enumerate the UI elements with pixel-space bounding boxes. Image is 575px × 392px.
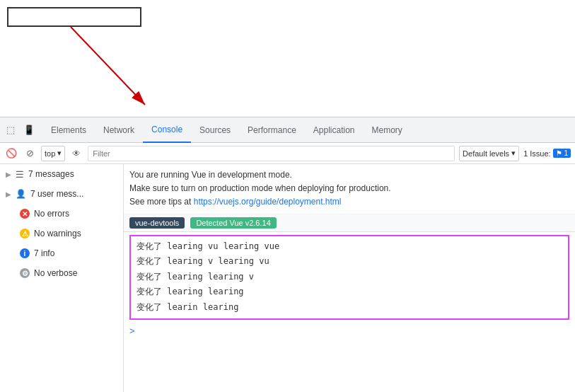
sidebar-item-all-messages[interactable]: ▶ ☰ 7 messages xyxy=(0,164,123,184)
issue-badge: 1 Issue: ⚑ 1 xyxy=(523,149,571,158)
log-line-3: 变化了 learing learing xyxy=(137,284,562,300)
sidebar-item-info[interactable]: i 7 info xyxy=(0,243,123,263)
vue-line3: See more tips at https://vuejs.org/guide… xyxy=(129,195,569,209)
console-log-area: You are running Vue in development mode.… xyxy=(124,164,575,392)
sidebar-item-warnings[interactable]: ⚠ No warnings xyxy=(0,224,123,243)
deployment-link[interactable]: https://vuejs.org/guide/deployment.html xyxy=(194,197,342,207)
error-icon: ✕ xyxy=(20,209,30,219)
list-icon: ☰ xyxy=(16,169,24,180)
tab-performance[interactable]: Performance xyxy=(239,117,305,143)
tab-application[interactable]: Application xyxy=(305,117,364,143)
devtools-tabs-bar: ⬚ 📱 Elements Network Console Sources Per… xyxy=(0,117,575,143)
sidebar-label: No errors xyxy=(34,209,69,219)
tab-elements[interactable]: Elements xyxy=(42,117,95,143)
vue-line1: You are running Vue in development mode. xyxy=(129,168,569,182)
tab-network[interactable]: Network xyxy=(95,117,143,143)
vue-dev-message: You are running Vue in development mode.… xyxy=(124,164,575,214)
search-input[interactable]: learin xyxy=(7,7,141,27)
console-content: ▶ ☰ 7 messages ▶ 👤 7 user mess... ✕ No e… xyxy=(0,164,575,392)
vue-line2: Make sure to turn on production mode whe… xyxy=(129,182,569,195)
log-messages-box: 变化了 learing vu learing vue 变化了 learing v… xyxy=(129,235,569,320)
vue-devtools-bar: vue-devtools Detected Vue v2.6.14 xyxy=(124,214,575,232)
info-icon: i xyxy=(20,248,30,258)
user-icon: 👤 xyxy=(16,189,26,199)
issue-label: 1 Issue: xyxy=(523,149,551,158)
log-level-selector[interactable]: Default levels ▾ xyxy=(459,146,519,161)
log-line-2: 变化了 learing learing v xyxy=(137,270,562,285)
sidebar-item-user-messages[interactable]: ▶ 👤 7 user mess... xyxy=(0,184,123,204)
svg-line-1 xyxy=(71,27,145,105)
vue-devtools-badge: vue-devtools xyxy=(129,217,185,229)
inspect-icon[interactable]: ⬚ xyxy=(3,122,18,138)
detected-vue-badge: Detected Vue v2.6.14 xyxy=(190,217,276,229)
tab-console[interactable]: Console xyxy=(143,117,191,143)
chevron-down-icon-levels: ▾ xyxy=(511,149,516,158)
verbose-icon: ⚙ xyxy=(20,268,30,278)
sidebar-item-errors[interactable]: ✕ No errors xyxy=(0,204,123,224)
tab-sources[interactable]: Sources xyxy=(191,117,239,143)
log-line-0: 变化了 learing vu learing vue xyxy=(137,239,562,255)
tab-memory[interactable]: Memory xyxy=(364,117,411,143)
flag-icon: ⚑ xyxy=(556,149,562,157)
expand-icon: ▶ xyxy=(6,190,11,198)
console-prompt: > xyxy=(124,323,575,339)
chevron-down-icon: ▾ xyxy=(57,149,62,158)
tabs-icon-group: ⬚ 📱 xyxy=(3,122,37,138)
warning-icon: ⚠ xyxy=(20,229,30,238)
log-line-1: 变化了 learing v learing vu xyxy=(137,254,562,270)
expand-icon: ▶ xyxy=(6,171,11,178)
sidebar-label: 7 info xyxy=(34,248,54,258)
eye-icon[interactable]: 👁 xyxy=(69,146,83,161)
default-levels-label: Default levels xyxy=(463,149,509,158)
log-line-4: 变化了 learin learing xyxy=(137,300,562,316)
console-toolbar: 🚫 ⊘ top ▾ 👁 Default levels ▾ 1 Issue: ⚑ … xyxy=(0,143,575,164)
device-icon[interactable]: 📱 xyxy=(21,122,37,138)
devtools-panel: ⬚ 📱 Elements Network Console Sources Per… xyxy=(0,117,575,392)
sidebar-label: 7 user mess... xyxy=(30,189,83,199)
sidebar-label: No verbose xyxy=(34,268,77,278)
console-sidebar: ▶ ☰ 7 messages ▶ 👤 7 user mess... ✕ No e… xyxy=(0,164,124,392)
sidebar-label: No warnings xyxy=(34,229,81,238)
filter-toggle-button[interactable]: ⊘ xyxy=(23,146,37,161)
issue-flag: ⚑ 1 xyxy=(553,149,571,158)
prompt-arrow-icon: > xyxy=(129,325,135,336)
context-label: top xyxy=(45,149,55,158)
filter-input[interactable] xyxy=(88,146,455,161)
context-selector[interactable]: top ▾ xyxy=(41,146,65,161)
sidebar-label: 7 messages xyxy=(28,169,74,179)
sidebar-item-verbose[interactable]: ⚙ No verbose xyxy=(0,263,123,283)
clear-console-button[interactable]: 🚫 xyxy=(4,146,18,161)
